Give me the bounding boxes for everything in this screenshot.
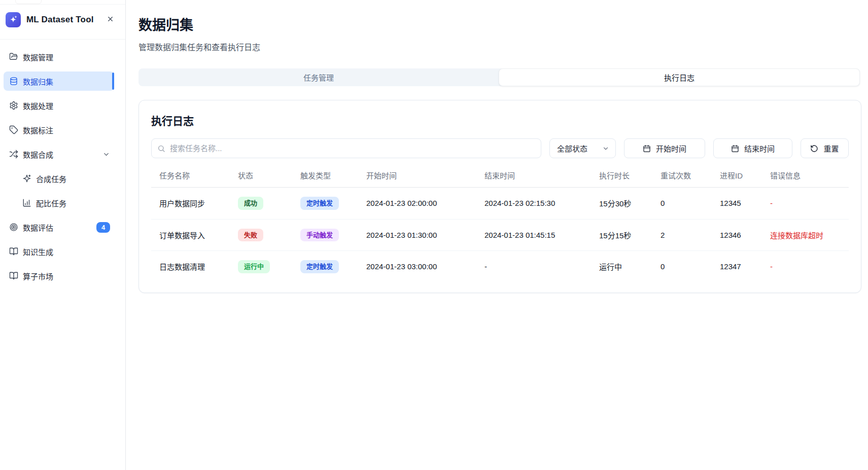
status-badge: 运行中 — [238, 260, 270, 273]
duration: 15分30秒 — [591, 188, 652, 220]
shuffle-icon — [9, 150, 18, 159]
sidebar-nav: 数据管理 数据归集 数据处理 数据标注 数据合成 合成任务 — [0, 40, 125, 285]
start-time: 2024-01-23 01:30:00 — [358, 219, 476, 251]
col-pid: 进程ID — [712, 163, 762, 188]
process-id: 12346 — [712, 219, 762, 251]
page-subtitle: 管理数据归集任务和查看执行日志 — [138, 41, 861, 53]
sidebar-item-data-management[interactable]: 数据管理 — [4, 47, 114, 66]
error-message: - — [762, 251, 849, 280]
start-time: 2024-01-23 02:00:00 — [358, 188, 476, 220]
sidebar-close-button[interactable] — [105, 13, 116, 26]
trigger-badge: 手动触发 — [300, 229, 339, 242]
book-open-icon — [9, 247, 18, 256]
col-status: 状态 — [230, 163, 292, 188]
sidebar-item-data-processing[interactable]: 数据处理 — [4, 96, 114, 115]
status-filter-select[interactable]: 全部状态 — [549, 138, 616, 158]
table-header-row: 任务名称 状态 触发类型 开始时间 结束时间 执行时长 重试次数 进程ID 错误… — [151, 163, 849, 188]
app-root: ML Dataset Tool 数据管理 数据归集 数据处理 数据标注 — [0, 0, 868, 470]
folder-icon — [9, 52, 18, 61]
filter-bar: 全部状态 开始时间 结束时间 重置 — [151, 138, 849, 158]
task-name: 订单数据导入 — [151, 219, 230, 251]
main-content: 数据归集 管理数据归集任务和查看执行日志 任务管理 执行日志 执行日志 全部状态… — [126, 0, 868, 470]
sidebar-item-data-labeling[interactable]: 数据标注 — [4, 120, 114, 139]
start-time-button[interactable]: 开始时间 — [624, 138, 705, 158]
task-name: 日志数据清理 — [151, 251, 230, 280]
duration: 运行中 — [591, 251, 652, 280]
top-divider — [0, 4, 125, 5]
col-end-time: 结束时间 — [476, 163, 591, 188]
sparkles-icon — [22, 174, 31, 183]
sidebar-item-operator-market[interactable]: 算子市场 — [4, 266, 114, 285]
execution-log-panel: 执行日志 全部状态 开始时间 结束时间 — [138, 100, 861, 293]
sidebar-item-data-collection[interactable]: 数据归集 — [4, 71, 114, 91]
error-message: - — [762, 188, 849, 220]
end-time-button[interactable]: 结束时间 — [713, 138, 792, 158]
sidebar: ML Dataset Tool 数据管理 数据归集 数据处理 数据标注 — [0, 0, 126, 470]
execution-log-table: 任务名称 状态 触发类型 开始时间 结束时间 执行时长 重试次数 进程ID 错误… — [151, 163, 849, 280]
sidebar-item-synthesis-task[interactable]: 合成任务 — [4, 169, 114, 188]
process-id: 12345 — [712, 188, 762, 220]
end-time: 2024-01-23 02:15:30 — [476, 188, 591, 220]
database-icon — [9, 77, 18, 86]
close-icon — [107, 15, 114, 24]
sidebar-item-data-synthesis[interactable]: 数据合成 — [4, 144, 114, 164]
page-title: 数据归集 — [138, 14, 861, 34]
table-row: 用户数据同步 成功 定时触发 2024-01-23 02:00:00 2024-… — [151, 188, 849, 220]
calendar-icon — [731, 144, 739, 153]
task-name: 用户数据同步 — [151, 188, 230, 220]
duration: 15分15秒 — [591, 219, 652, 251]
col-start-time: 开始时间 — [358, 163, 476, 188]
book-open-icon — [9, 271, 18, 280]
col-retries: 重试次数 — [652, 163, 712, 188]
search-field-wrap — [151, 138, 541, 158]
tab-execution-logs[interactable]: 执行日志 — [499, 68, 860, 86]
status-filter-value: 全部状态 — [557, 143, 587, 154]
retry-count: 2 — [652, 219, 712, 251]
trigger-badge: 定时触发 — [300, 260, 339, 273]
calendar-icon — [643, 144, 651, 153]
reset-button[interactable]: 重置 — [801, 138, 849, 158]
tab-bar: 任务管理 执行日志 — [138, 68, 860, 86]
tab-task-management[interactable]: 任务管理 — [138, 68, 499, 86]
col-trigger-type: 触发类型 — [292, 163, 358, 188]
col-error: 错误信息 — [762, 163, 849, 188]
col-task-name: 任务名称 — [151, 163, 230, 188]
sidebar-item-knowledge-generation[interactable]: 知识生成 — [4, 242, 114, 261]
search-input[interactable] — [151, 138, 541, 158]
panel-title: 执行日志 — [151, 113, 849, 128]
chevron-down-icon — [102, 151, 110, 158]
retry-count: 0 — [652, 251, 712, 280]
search-icon — [157, 144, 165, 153]
table-row: 订单数据导入 失败 手动触发 2024-01-23 01:30:00 2024-… — [151, 219, 849, 251]
error-message: 连接数据库超时 — [762, 219, 849, 251]
sidebar-item-ratio-task[interactable]: 配比任务 — [4, 193, 114, 212]
status-badge: 失败 — [238, 229, 263, 242]
end-time: - — [476, 251, 591, 280]
start-time: 2024-01-23 03:00:00 — [358, 251, 476, 280]
tag-icon — [9, 125, 18, 134]
evaluation-count-badge: 4 — [96, 222, 110, 233]
top-edge-artifact — [15, 0, 42, 4]
target-icon — [9, 223, 18, 232]
sidebar-item-data-evaluation[interactable]: 数据评估 4 — [4, 218, 114, 237]
gear-icon — [9, 101, 18, 110]
bar-chart-icon — [22, 198, 31, 207]
app-title: ML Dataset Tool — [26, 15, 99, 25]
sidebar-header: ML Dataset Tool — [0, 0, 125, 40]
col-duration: 执行时长 — [591, 163, 652, 188]
app-logo-icon — [6, 12, 21, 27]
chevron-down-icon — [602, 145, 609, 152]
end-time: 2024-01-23 01:45:15 — [476, 219, 591, 251]
rotate-ccw-icon — [810, 144, 818, 153]
retry-count: 0 — [652, 188, 712, 220]
status-badge: 成功 — [238, 197, 263, 210]
trigger-badge: 定时触发 — [300, 197, 339, 210]
process-id: 12347 — [712, 251, 762, 280]
table-row: 日志数据清理 运行中 定时触发 2024-01-23 03:00:00 - 运行… — [151, 251, 849, 280]
